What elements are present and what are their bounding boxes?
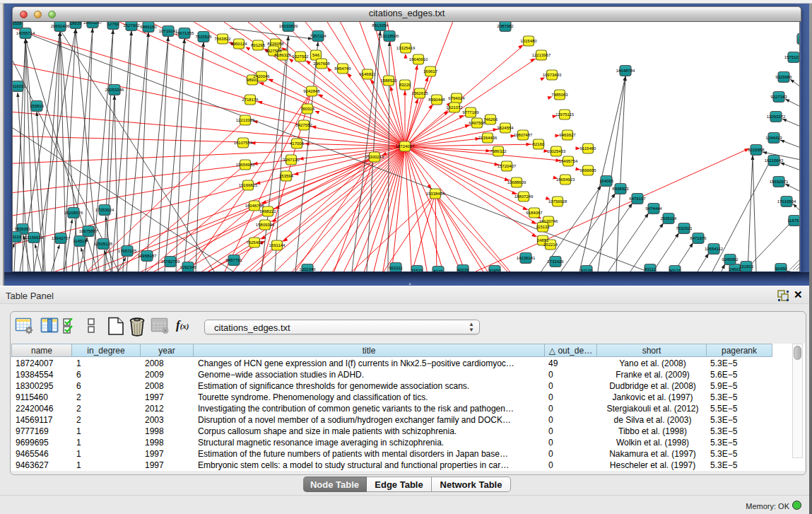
svg-text:14055714: 14055714 [16,31,35,35]
svg-text:40233: 40233 [457,268,469,271]
svg-text:16782759: 16782759 [161,259,180,264]
svg-text:61120: 61120 [581,269,593,271]
svg-text:17353924: 17353924 [95,208,114,212]
svg-text:9115460: 9115460 [580,146,597,151]
svg-text:746266: 746266 [483,117,498,122]
svg-text:7625402: 7625402 [246,240,263,245]
svg-text:20691406: 20691406 [51,24,70,28]
svg-text:1015480: 1015480 [520,39,537,43]
svg-text:10025433: 10025433 [547,149,566,153]
svg-text:6794024: 6794024 [448,96,465,100]
svg-text:2718176: 2718176 [242,98,259,102]
svg-text:417006: 417006 [290,141,305,146]
svg-text:62160: 62160 [533,142,545,146]
svg-text:115132: 115132 [536,225,550,229]
svg-text:8123: 8123 [433,269,443,271]
svg-text:10688609: 10688609 [507,180,526,185]
svg-text:9558: 9558 [13,22,22,25]
svg-text:10958187: 10958187 [138,254,157,258]
svg-text:19338454: 19338454 [426,192,445,196]
svg-text:13218506: 13218506 [380,34,399,38]
svg-text:6479197: 6479197 [629,197,646,201]
svg-text:16120746: 16120746 [539,219,558,223]
svg-text:6466160: 6466160 [140,25,157,29]
svg-text:9463627: 9463627 [559,133,576,137]
svg-text:7357224: 7357224 [310,34,326,38]
svg-text:164095: 164095 [599,179,614,183]
svg-text:10807487: 10807487 [514,133,533,137]
svg-text:116753: 116753 [787,218,800,223]
svg-text:9457791: 9457791 [225,258,242,262]
svg-text:169617: 169617 [423,69,438,74]
svg-text:8215958: 8215958 [748,148,765,152]
svg-text:10975887: 10975887 [79,229,98,233]
svg-text:83112: 83112 [645,267,657,271]
svg-text:252214: 252214 [543,243,558,247]
svg-text:8938923: 8938923 [612,187,629,191]
svg-text:155816: 155816 [30,104,45,108]
svg-text:1691144: 1691144 [269,243,286,247]
svg-text:92450: 92450 [775,267,787,271]
svg-text:25300213: 25300213 [365,155,384,159]
svg-text:83220: 83220 [399,83,411,87]
svg-text:1292346: 1292346 [180,265,196,269]
svg-text:18807249: 18807249 [514,194,534,199]
svg-text:9474444: 9474444 [645,206,662,211]
svg-text:10756928: 10756928 [548,199,567,204]
svg-text:20053346: 20053346 [105,88,124,92]
svg-text:17957225: 17957225 [118,249,137,253]
svg-text:780314: 780314 [300,107,315,111]
svg-text:14136141: 14136141 [517,256,536,260]
svg-text:12156619: 12156619 [25,235,44,240]
svg-text:12213369: 12213369 [236,118,255,122]
svg-text:546: 546 [312,53,320,57]
svg-text:16107554: 16107554 [234,141,253,145]
svg-text:12505135: 12505135 [94,242,113,246]
svg-text:7986322: 7986322 [490,149,507,153]
svg-text:891295: 891295 [251,43,266,47]
svg-text:90121: 90121 [669,269,681,271]
svg-text:7663822: 7663822 [214,37,231,41]
svg-text:21364436: 21364436 [478,136,498,140]
svg-text:16033809: 16033809 [279,24,298,28]
svg-text:39119: 39119 [13,235,22,239]
svg-text:92450: 92450 [489,269,501,271]
svg-text:8960124: 8960124 [230,42,247,46]
svg-text:8226058: 8226058 [267,42,284,46]
svg-text:15751074: 15751074 [784,55,800,59]
svg-text:12975115: 12975115 [555,112,575,117]
svg-text:16671355: 16671355 [175,31,194,35]
svg-text:7632621: 7632621 [676,226,693,230]
svg-text:3267130: 3267130 [283,158,300,162]
svg-text:1244413: 1244413 [765,136,782,140]
svg-text:9184067: 9184067 [526,211,543,215]
svg-text:9245652: 9245652 [722,257,739,262]
svg-text:12213967: 12213967 [532,53,551,57]
svg-text:16495754: 16495754 [559,159,578,163]
svg-text:13325419: 13325419 [396,46,416,50]
svg-text:8813054: 8813054 [372,23,389,28]
svg-text:1562615: 1562615 [411,91,428,95]
svg-text:98901: 98901 [247,78,259,82]
svg-text:5498222: 5498222 [259,209,276,214]
svg-text:2967608: 2967608 [313,62,330,66]
svg-text:19166825: 19166825 [239,183,258,187]
svg-text:12093372: 12093372 [767,115,786,119]
svg-text:1588520: 1588520 [380,78,397,83]
svg-text:15809346: 15809346 [256,223,275,227]
svg-text:8471676: 8471676 [690,236,707,240]
svg-text:9777169: 9777169 [462,110,479,115]
svg-text:7515526: 7515526 [195,35,212,39]
svg-text:9146821: 9146821 [359,72,376,76]
svg-text:26206576: 26206576 [64,211,83,215]
svg-text:9327502: 9327502 [292,54,309,59]
svg-text:1527602: 1527602 [123,23,140,28]
svg-text:2087682: 2087682 [497,24,514,28]
svg-text:153594: 153594 [279,174,294,178]
svg-text:2935114: 2935114 [661,216,678,221]
svg-text:13942757: 13942757 [52,236,71,240]
svg-text:17016504: 17016504 [777,199,796,204]
svg-text:9227343: 9227343 [770,95,787,99]
svg-text:1112: 1112 [799,37,800,41]
svg-text:9699695: 9699695 [579,168,596,173]
